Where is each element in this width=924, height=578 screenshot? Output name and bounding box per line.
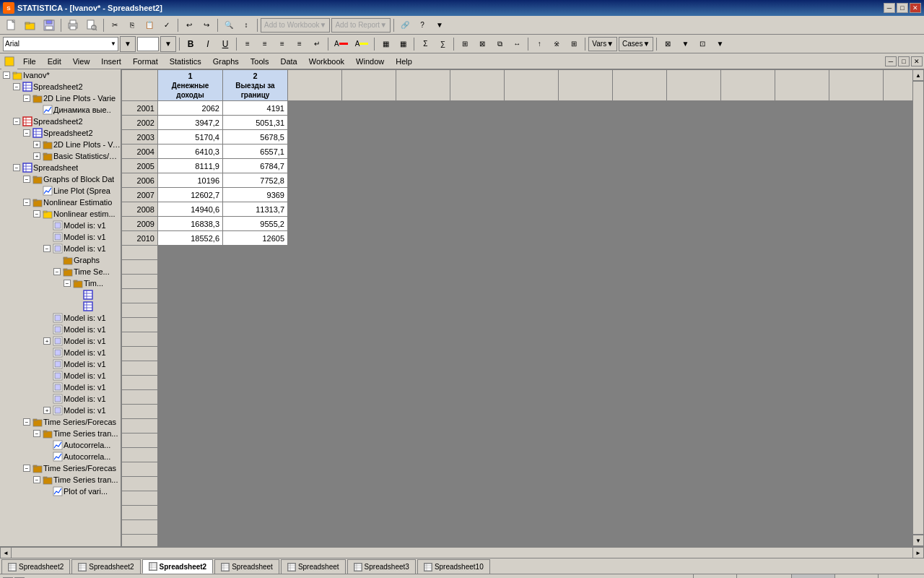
empty-data-20-2[interactable] [288, 535, 342, 546]
empty-data-14-5[interactable] [450, 448, 505, 462]
empty-data-19-10[interactable] [721, 520, 775, 535]
empty-data-5-11[interactable] [775, 318, 829, 332]
empty-cell-3-8[interactable] [721, 144, 775, 159]
empty-data-20-8[interactable] [613, 535, 667, 546]
empty-data-14-13[interactable] [884, 448, 913, 462]
cell-4-1[interactable]: 6784,7 [223, 159, 288, 173]
empty-data-18-9[interactable] [667, 506, 721, 520]
empty-data-2-12[interactable] [829, 275, 884, 289]
empty-data-6-11[interactable] [775, 332, 829, 347]
tree-item-autocor2[interactable]: Autocorrela... [0, 451, 121, 462]
empty-data-10-1[interactable] [223, 390, 288, 405]
empty-data-6-7[interactable] [559, 332, 613, 347]
empty-data-9-1[interactable] [223, 376, 288, 390]
empty-data-16-9[interactable] [667, 477, 721, 491]
menu-item-view[interactable]: View [67, 53, 96, 69]
empty-cell-0-8[interactable] [721, 101, 775, 116]
empty-cell-6-1[interactable] [342, 188, 396, 202]
empty-data-5-13[interactable] [884, 318, 913, 332]
font-name-dropdown[interactable]: Arial ▼ [3, 37, 118, 51]
add-to-workbook-button[interactable]: Add to Workbook ▼ [261, 18, 330, 33]
empty-data-20-4[interactable] [396, 535, 450, 546]
empty-cell-9-7[interactable] [667, 231, 721, 246]
empty-data-20-7[interactable] [559, 535, 613, 546]
empty-data-10-3[interactable] [342, 390, 396, 405]
empty-cell-6-9[interactable] [775, 188, 829, 202]
empty-data-12-11[interactable] [775, 419, 829, 434]
tree-item-graphs3[interactable]: Graphs [0, 254, 121, 266]
empty-cell-8-6[interactable] [613, 217, 667, 231]
tree-item-model6[interactable]: +Model is: v1 [0, 335, 121, 347]
empty-data-8-12[interactable] [829, 361, 884, 376]
empty-data-0-12[interactable] [829, 246, 884, 260]
find-button[interactable]: 🔍 [221, 17, 237, 33]
empty-data-4-13[interactable] [884, 303, 913, 318]
empty-data-19-9[interactable] [667, 520, 721, 535]
cell-5-1[interactable]: 7752,8 [223, 173, 288, 188]
empty-data-7-12[interactable] [829, 347, 884, 361]
empty-cell-4-5[interactable] [559, 159, 613, 173]
empty-data-13-5[interactable] [450, 434, 505, 448]
empty-data-1-0[interactable] [158, 260, 223, 275]
empty-data-5-10[interactable] [721, 318, 775, 332]
sort-opt-button[interactable]: ⊞ [566, 36, 582, 52]
tree-item-ivanov[interactable]: −Ivanov* [0, 69, 121, 81]
empty-data-4-6[interactable] [505, 303, 559, 318]
empty-data-3-12[interactable] [829, 289, 884, 303]
empty-cell-4-0[interactable] [288, 159, 342, 173]
empty-cell-2-9[interactable] [775, 130, 829, 144]
empty-data-9-10[interactable] [721, 376, 775, 390]
empty-data-17-10[interactable] [721, 491, 775, 506]
empty-data-11-4[interactable] [396, 405, 450, 419]
empty-data-13-4[interactable] [396, 434, 450, 448]
empty-cell-1-3[interactable] [450, 116, 505, 130]
empty-data-8-6[interactable] [505, 361, 559, 376]
empty-data-15-12[interactable] [829, 462, 884, 477]
empty-data-14-0[interactable] [158, 448, 223, 462]
empty-data-11-2[interactable] [288, 405, 342, 419]
empty-data-8-4[interactable] [396, 361, 450, 376]
empty-data-10-6[interactable] [505, 390, 559, 405]
hscroll-track[interactable] [12, 547, 912, 558]
empty-data-15-10[interactable] [721, 462, 775, 477]
empty-data-17-2[interactable] [288, 491, 342, 506]
empty-data-18-5[interactable] [450, 506, 505, 520]
tab-1[interactable]: Spreadsheet2 [71, 559, 140, 574]
empty-data-1-11[interactable] [775, 260, 829, 275]
empty-cell-7-0[interactable] [288, 202, 342, 217]
expand-btn-model3[interactable]: − [43, 245, 51, 252]
empty-data-18-13[interactable] [884, 506, 913, 520]
empty-data-3-9[interactable] [667, 289, 721, 303]
empty-data-7-0[interactable] [158, 347, 223, 361]
empty-data-6-2[interactable] [288, 332, 342, 347]
preview-button[interactable] [83, 17, 100, 33]
empty-data-5-7[interactable] [559, 318, 613, 332]
empty-data-6-12[interactable] [829, 332, 884, 347]
expand-btn-2d-line-1[interactable]: − [23, 95, 30, 102]
empty-data-11-1[interactable] [223, 405, 288, 419]
empty-data-17-6[interactable] [505, 491, 559, 506]
empty-data-16-5[interactable] [450, 477, 505, 491]
empty-cell-6-3[interactable] [450, 188, 505, 202]
empty-data-12-9[interactable] [667, 419, 721, 434]
empty-data-1-9[interactable] [667, 260, 721, 275]
tree-item-line-plot[interactable]: Line Plot (Sprea [0, 185, 121, 197]
tree-item-autocor1[interactable]: Autocorrela... [0, 439, 121, 451]
empty-cell-2-0[interactable] [288, 130, 342, 144]
empty-data-7-1[interactable] [223, 347, 288, 361]
empty-data-13-2[interactable] [288, 434, 342, 448]
empty-cell-9-5[interactable] [559, 231, 613, 246]
empty-data-13-11[interactable] [775, 434, 829, 448]
expand-btn-timeseries-forecast2[interactable]: − [23, 465, 30, 472]
scroll-down-button[interactable]: ▼ [912, 535, 924, 546]
empty-data-2-3[interactable] [342, 275, 396, 289]
empty-cell-0-9[interactable] [775, 101, 829, 116]
empty-data-8-8[interactable] [613, 361, 667, 376]
delete-row-button[interactable]: ⊠ [474, 36, 490, 52]
cell-2-1[interactable]: 5678,5 [223, 130, 288, 144]
empty-data-3-6[interactable] [505, 289, 559, 303]
empty-data-14-9[interactable] [667, 448, 721, 462]
empty-data-9-0[interactable] [158, 376, 223, 390]
empty-cell-2-1[interactable] [342, 130, 396, 144]
empty-data-15-3[interactable] [342, 462, 396, 477]
